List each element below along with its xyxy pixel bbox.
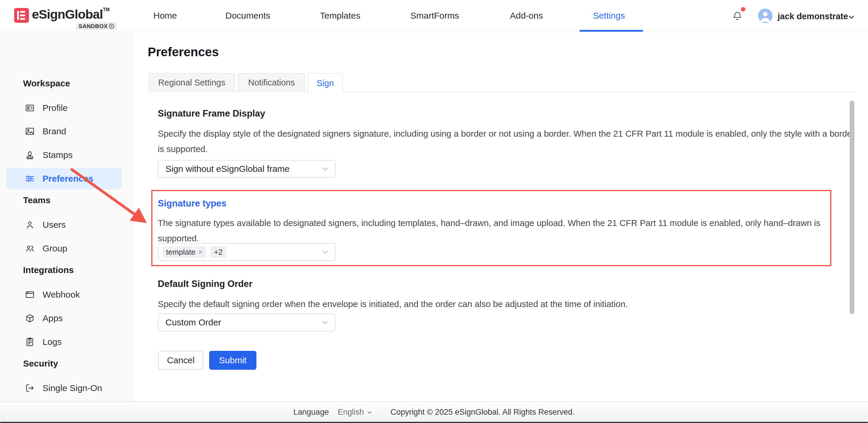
users-group-icon bbox=[25, 244, 35, 254]
brand-logo-icon bbox=[14, 8, 29, 23]
stamp-icon bbox=[25, 150, 35, 160]
browser-window-icon bbox=[25, 290, 35, 300]
sidebar-item-users[interactable]: Users bbox=[25, 218, 66, 231]
nav-item-templates[interactable]: Templates bbox=[320, 11, 361, 21]
chevron-down-icon bbox=[321, 248, 330, 256]
nav-item-smartforms[interactable]: SmartForms bbox=[410, 11, 459, 21]
tab-notifications[interactable]: Notifications bbox=[238, 73, 305, 92]
signing-order-select[interactable]: Custom Order bbox=[158, 314, 336, 331]
notification-bell-icon[interactable] bbox=[732, 10, 743, 22]
sidebar-item-webhook[interactable]: Webhook bbox=[25, 288, 80, 301]
top-header: eSignGlobal TM SANDBOX ? Home Documents … bbox=[0, 0, 868, 32]
notification-dot bbox=[741, 7, 745, 11]
tab-regional-settings[interactable]: Regional Settings bbox=[149, 73, 235, 92]
image-icon bbox=[25, 126, 35, 136]
window-bottom-edge bbox=[0, 422, 868, 423]
sidebar-heading-security: Security bbox=[23, 359, 58, 369]
section-heading-signing-order: Default Signing Order bbox=[158, 279, 252, 289]
page-footer: Language English Copyright © 2025 eSignG… bbox=[0, 401, 868, 422]
id-card-icon bbox=[25, 103, 35, 113]
copyright-text: Copyright © 2025 eSignGlobal. All Rights… bbox=[391, 407, 575, 417]
help-icon: ? bbox=[109, 24, 114, 29]
brand-trademark: TM bbox=[103, 7, 110, 12]
signature-types-multiselect[interactable]: template × +2 bbox=[158, 243, 336, 261]
sidebar-heading-teams: Teams bbox=[23, 195, 51, 205]
app-window: eSignGlobal TM SANDBOX ? Home Documents … bbox=[0, 0, 868, 423]
language-label: Language bbox=[293, 407, 329, 417]
sidebar-item-single-sign-on[interactable]: Single Sign-On bbox=[25, 382, 102, 395]
submit-button[interactable]: Submit bbox=[209, 351, 256, 370]
settings-sidebar: Workspace Profile Brand Stamps bbox=[0, 32, 134, 401]
section-desc-signing-order: Specify the default signing order when t… bbox=[158, 297, 855, 312]
sign-in-arrow-icon bbox=[25, 383, 35, 393]
section-desc-signature-frame: Specify the display style of the designa… bbox=[158, 126, 855, 157]
selected-tag-template: template × bbox=[162, 246, 206, 258]
chevron-down-icon bbox=[321, 165, 330, 173]
language-select[interactable]: English bbox=[338, 407, 373, 417]
signature-frame-select-value: Sign without eSignGlobal frame bbox=[165, 164, 289, 174]
sidebar-item-preferences[interactable]: Preferences bbox=[25, 172, 93, 185]
sidebar-heading-workspace: Workspace bbox=[23, 78, 70, 88]
sidebar-item-group[interactable]: Group bbox=[25, 242, 67, 255]
cube-icon bbox=[25, 313, 35, 323]
sidebar-item-stamps[interactable]: Stamps bbox=[25, 148, 73, 162]
clipboard-icon bbox=[25, 337, 35, 347]
signature-frame-select[interactable]: Sign without eSignGlobal frame bbox=[158, 160, 336, 178]
chevron-down-icon bbox=[321, 318, 330, 327]
sidebar-heading-integrations: Integrations bbox=[23, 265, 74, 275]
remove-tag-icon[interactable]: × bbox=[198, 248, 203, 257]
overflow-count-badge[interactable]: +2 bbox=[210, 246, 226, 258]
cancel-button[interactable]: Cancel bbox=[158, 351, 203, 370]
page-title: Preferences bbox=[148, 45, 219, 59]
signing-order-select-value: Custom Order bbox=[165, 317, 221, 328]
scrollbar-thumb[interactable] bbox=[850, 101, 855, 314]
user-avatar[interactable] bbox=[758, 8, 773, 23]
tab-sign[interactable]: Sign bbox=[308, 73, 343, 92]
user-menu-chevron-icon[interactable] bbox=[847, 13, 856, 21]
sliders-icon bbox=[25, 174, 35, 184]
nav-item-addons[interactable]: Add-ons bbox=[510, 11, 543, 21]
sidebar-item-apps[interactable]: Apps bbox=[25, 312, 63, 325]
brand-name: eSignGlobal bbox=[32, 7, 103, 22]
active-nav-underline bbox=[580, 30, 643, 32]
sandbox-badge: SANDBOX ? bbox=[76, 23, 116, 30]
section-heading-signature-types: Signature types bbox=[158, 198, 226, 209]
sidebar-item-logs[interactable]: Logs bbox=[25, 335, 62, 348]
user-name[interactable]: jack demonstrate bbox=[778, 11, 848, 21]
nav-item-home[interactable]: Home bbox=[153, 11, 177, 21]
section-heading-signature-frame: Signature Frame Display bbox=[158, 108, 265, 119]
user-icon bbox=[25, 220, 35, 230]
sidebar-item-brand[interactable]: Brand bbox=[25, 125, 66, 138]
nav-item-documents[interactable]: Documents bbox=[225, 11, 270, 21]
sidebar-item-profile[interactable]: Profile bbox=[25, 102, 68, 114]
section-desc-signature-types: The signature types available to designa… bbox=[158, 215, 823, 246]
chevron-down-icon bbox=[366, 409, 373, 416]
nav-item-settings[interactable]: Settings bbox=[593, 11, 625, 21]
